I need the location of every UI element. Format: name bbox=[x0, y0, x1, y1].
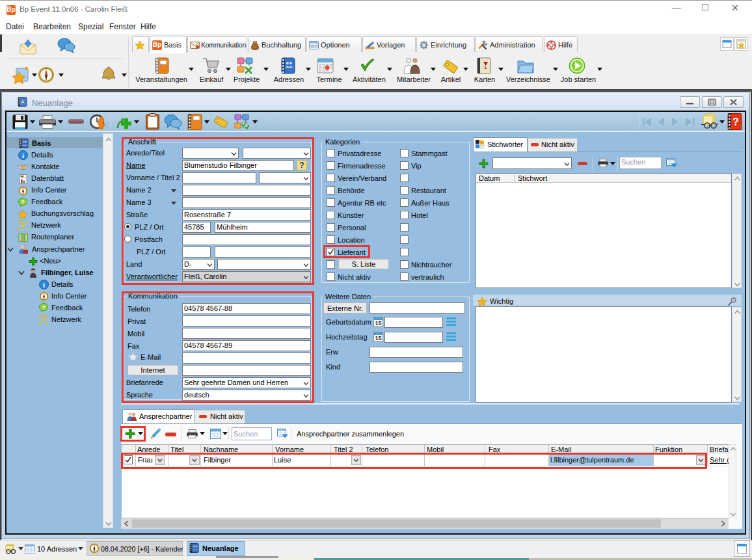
svg-text:i: i bbox=[43, 281, 45, 289]
svg-text:i: i bbox=[22, 152, 24, 159]
svg-text:?: ? bbox=[732, 116, 739, 127]
svg-text:?: ? bbox=[42, 304, 46, 311]
svg-text:15: 15 bbox=[375, 335, 381, 341]
svg-text:?: ? bbox=[21, 199, 25, 206]
svg-text:15: 15 bbox=[375, 320, 381, 327]
